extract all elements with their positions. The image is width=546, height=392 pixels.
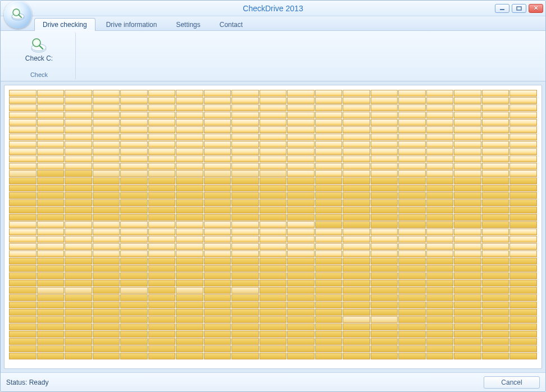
cluster-cell — [343, 250, 370, 257]
cluster-cell — [315, 170, 343, 177]
cluster-cell — [426, 353, 454, 359]
cluster-cell — [482, 323, 509, 330]
cluster-cell — [482, 221, 509, 228]
cluster-cell — [93, 353, 120, 359]
cluster-cell — [148, 243, 176, 250]
cluster-cell — [315, 345, 343, 352]
tab-drive-checking[interactable]: Drive checking — [34, 18, 95, 31]
cluster-cell — [454, 177, 481, 184]
cluster-cell — [37, 316, 65, 323]
cluster-cell — [9, 156, 37, 162]
cluster-cell — [65, 214, 92, 221]
cluster-cell — [343, 338, 370, 345]
cluster-cell — [148, 316, 176, 323]
cluster-cell — [93, 265, 120, 272]
cluster-cell — [204, 338, 231, 345]
cluster-cell — [204, 156, 231, 162]
cluster-cell — [260, 119, 287, 126]
cluster-cell — [37, 148, 65, 155]
cluster-cell — [398, 134, 426, 140]
cluster-cell — [371, 163, 398, 170]
cluster-cell — [120, 214, 148, 221]
cluster-cell — [120, 287, 148, 294]
cluster-cell — [482, 170, 509, 177]
cluster-cell — [509, 199, 537, 206]
cluster-cell — [37, 331, 65, 338]
cluster-cell — [176, 134, 203, 140]
check-drive-button[interactable]: Check C: — [21, 35, 57, 63]
cluster-cell — [176, 141, 203, 148]
cluster-cell — [231, 185, 259, 192]
cluster-cell — [287, 265, 315, 272]
cluster-cell — [482, 338, 509, 345]
cluster-cell — [371, 104, 398, 111]
cluster-cell — [37, 287, 65, 294]
cluster-cell — [231, 177, 259, 184]
cluster-cell — [37, 243, 65, 250]
cluster-cell — [315, 294, 343, 301]
cluster-cell — [371, 207, 398, 213]
cluster-cell — [287, 207, 315, 213]
cluster-cell — [9, 192, 37, 199]
cluster-cell — [287, 177, 315, 184]
cluster-cell — [287, 280, 315, 286]
cluster-cell — [9, 177, 37, 184]
cluster-cell — [482, 112, 509, 118]
cluster-cell — [120, 207, 148, 213]
cluster-cell — [65, 104, 92, 111]
svg-rect-0 — [500, 9, 504, 10]
cluster-cell — [398, 229, 426, 235]
cluster-cell — [65, 207, 92, 213]
cluster-cell — [343, 243, 370, 250]
cluster-cell — [426, 97, 454, 104]
cluster-cell — [371, 302, 398, 308]
drive-magnifier-icon — [10, 6, 26, 23]
cluster-cell — [204, 258, 231, 265]
cluster-cell — [287, 214, 315, 221]
cluster-cell — [371, 141, 398, 148]
cluster-cell — [398, 207, 426, 213]
cluster-cell — [9, 294, 37, 301]
cluster-cell — [65, 192, 92, 199]
drive-check-icon — [29, 37, 48, 53]
cluster-cell — [454, 323, 481, 330]
cluster-cell — [454, 345, 481, 352]
cluster-cell — [454, 236, 481, 243]
cluster-cell — [204, 134, 231, 140]
cluster-cell — [509, 221, 537, 228]
cluster-cell — [343, 163, 370, 170]
minimize-button[interactable] — [495, 4, 509, 13]
maximize-button[interactable] — [512, 4, 526, 13]
tab-contact[interactable]: Contact — [211, 18, 251, 31]
cluster-cell — [315, 112, 343, 118]
cluster-cell — [371, 134, 398, 140]
cluster-cell — [9, 331, 37, 338]
cluster-cell — [509, 236, 537, 243]
cluster-grid — [9, 90, 537, 364]
cluster-cell — [315, 185, 343, 192]
cluster-cell — [37, 90, 65, 97]
cluster-cell — [426, 207, 454, 213]
cluster-cell — [482, 104, 509, 111]
cluster-cell — [315, 302, 343, 308]
cluster-cell — [9, 229, 37, 235]
cluster-cell — [260, 177, 287, 184]
cluster-cell — [231, 229, 259, 235]
cluster-cell — [509, 134, 537, 140]
app-menu-orb[interactable] — [4, 1, 32, 29]
cluster-cell — [65, 170, 92, 177]
cluster-cell — [120, 243, 148, 250]
tab-label: Drive checking — [43, 21, 87, 29]
cluster-cell — [398, 199, 426, 206]
tab-settings[interactable]: Settings — [167, 18, 208, 31]
cluster-cell — [260, 353, 287, 359]
cluster-cell — [509, 265, 537, 272]
close-button[interactable]: ✕ — [529, 4, 543, 13]
cluster-cell — [287, 199, 315, 206]
tab-drive-information[interactable]: Drive information — [98, 18, 166, 31]
cluster-cell — [482, 163, 509, 170]
cluster-cell — [398, 323, 426, 330]
cancel-button[interactable]: Cancel — [484, 376, 540, 389]
cluster-cell — [9, 134, 37, 140]
cluster-cell — [204, 163, 231, 170]
